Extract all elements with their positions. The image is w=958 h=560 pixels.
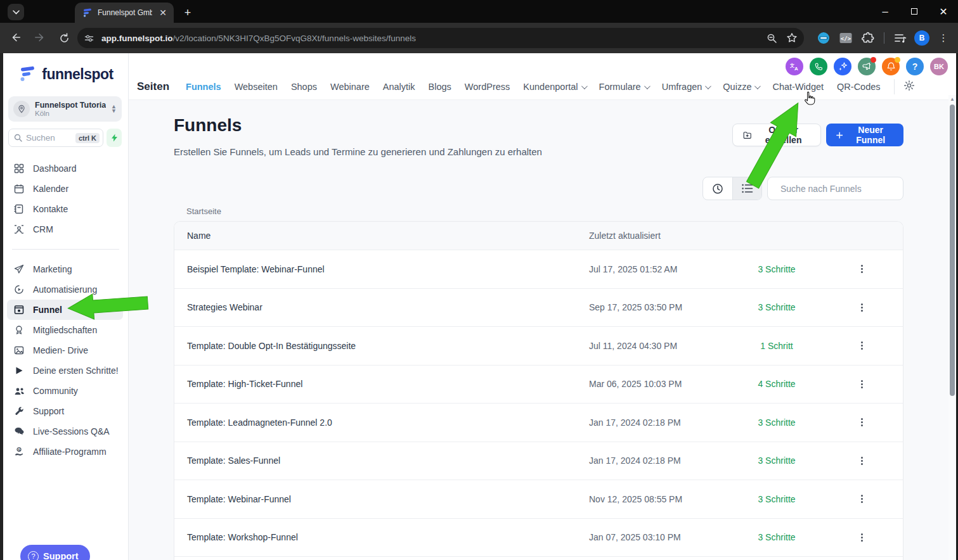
funnel-name[interactable]: Template: Workshop-Funnel — [174, 532, 589, 542]
funnel-name[interactable]: Template: Sales-Funnel — [174, 455, 589, 466]
window-maximize-button[interactable] — [900, 0, 929, 23]
row-menu-icon[interactable] — [861, 418, 863, 426]
settings-gear-icon[interactable] — [903, 80, 915, 94]
ai-assistant-button[interactable] — [834, 58, 851, 75]
row-menu-icon[interactable] — [861, 457, 863, 465]
row-menu-icon[interactable] — [861, 265, 863, 273]
tab-shops[interactable]: Shops — [291, 82, 317, 92]
tab-qr-codes[interactable]: QR-Codes — [837, 82, 881, 92]
new-tab-button[interactable]: + — [180, 5, 195, 20]
table-row[interactable]: Template: High-Ticket-Funnel Mar 06, 202… — [174, 365, 903, 404]
browser-profile-avatar[interactable]: B — [914, 30, 929, 46]
extension-robot-icon[interactable] — [815, 30, 832, 46]
funnel-search-input[interactable] — [780, 184, 895, 194]
sidebar-item-dashboard[interactable]: Dashboard — [3, 158, 128, 179]
sidebar-item-marketing[interactable]: Marketing — [3, 259, 128, 279]
sidebar-item-support[interactable]: Support — [3, 401, 128, 421]
tab-funnels[interactable]: Funnels — [186, 82, 221, 92]
funnel-steps[interactable]: 4 Schritte — [732, 379, 821, 389]
sidebar-item-live-sessions[interactable]: Live-Sessions Q&A — [3, 421, 128, 442]
site-info-button[interactable] — [81, 30, 96, 46]
funnel-steps[interactable]: 3 Schritte — [732, 494, 821, 504]
recent-view-button[interactable] — [703, 177, 732, 200]
tab-umfragen[interactable]: Umfragen — [662, 82, 710, 92]
notifications-button[interactable] — [882, 58, 900, 75]
tab-webinare[interactable]: Webinare — [330, 82, 370, 92]
reload-button[interactable] — [55, 29, 74, 48]
table-row[interactable]: Template: Workshop-Funnel Jan 07, 2025 0… — [174, 518, 903, 557]
funnel-steps[interactable]: 3 Schritte — [732, 264, 821, 274]
tab-quizze[interactable]: Quizze — [723, 82, 759, 92]
phone-button[interactable] — [810, 58, 827, 75]
browser-tab[interactable]: Funnelspot GmbH ✕ — [75, 3, 174, 23]
translate-button[interactable]: 文A — [786, 58, 803, 75]
funnel-name[interactable]: Beispiel Template: Webinar-Funnel — [174, 264, 589, 274]
row-menu-icon[interactable] — [861, 495, 863, 503]
tab-webseiten[interactable]: Webseiten — [235, 82, 278, 92]
location-switcher[interactable]: Funnelspot Tutorial ... Köln ▲▼ — [8, 96, 122, 122]
funnel-steps[interactable]: 3 Schritte — [732, 532, 821, 542]
announcements-button[interactable] — [858, 58, 876, 75]
create-folder-button[interactable]: Ordner erstellen — [732, 124, 821, 146]
sidebar-item-community[interactable]: Community — [3, 381, 128, 401]
tab-wordpress[interactable]: WordPress — [465, 82, 510, 92]
sidebar-item-erste-schritte[interactable]: Deine ersten Schritte! — [3, 360, 128, 381]
sidebar-item-affiliate[interactable]: $ Affiliate-Programm — [3, 442, 128, 462]
extension-code-icon[interactable]: </> — [838, 30, 854, 46]
row-menu-icon[interactable] — [861, 341, 863, 350]
table-row[interactable]: Template: Double Opt-In Bestätigungsseit… — [174, 326, 903, 365]
new-funnel-button[interactable]: Neuer Funnel — [826, 124, 903, 146]
back-button[interactable] — [6, 29, 25, 48]
funnel-name[interactable]: Template: High-Ticket-Funnel — [174, 379, 589, 389]
window-minimize-button[interactable]: ─ — [871, 0, 900, 23]
table-row[interactable]: Strategies Webinar Sep 17, 2025 03:50 PM… — [174, 288, 903, 327]
table-row[interactable]: Beispiel Template: Webinar-Funnel Jul 17… — [174, 250, 903, 288]
tab-formulare[interactable]: Formulare — [599, 82, 649, 92]
media-controls-icon[interactable] — [892, 30, 909, 46]
sidebar-item-kalender[interactable]: Kalender — [3, 179, 128, 199]
quick-actions-button[interactable] — [107, 129, 122, 147]
row-menu-icon[interactable] — [861, 303, 863, 312]
funnel-steps[interactable]: 3 Schritte — [732, 455, 821, 466]
funnel-steps[interactable]: 3 Schritte — [732, 302, 821, 312]
page-scrollbar[interactable]: ▲ — [948, 95, 956, 560]
sidebar-item-automatisierung[interactable]: Automatisierung — [3, 279, 128, 300]
tab-search-button[interactable] — [8, 4, 24, 20]
table-row[interactable]: Template: Webinar-Funnel Nov 12, 2025 08… — [174, 480, 903, 518]
help-button[interactable]: ? — [906, 58, 924, 75]
zoom-icon[interactable] — [767, 33, 777, 44]
row-menu-icon[interactable] — [861, 380, 863, 388]
sidebar-search-input[interactable]: Suchen ctrl K — [8, 129, 103, 147]
tab-chat-widget[interactable]: Chat-Widget — [772, 82, 824, 92]
funnel-steps[interactable]: 3 Schritte — [732, 417, 821, 428]
window-close-button[interactable]: ✕ — [929, 0, 958, 23]
tab-close-icon[interactable]: ✕ — [157, 7, 169, 18]
table-row[interactable]: Template: Sales-Funnel Jan 17, 2024 02:1… — [174, 442, 903, 480]
sidebar-item-medien-drive[interactable]: Medien- Drive — [3, 340, 128, 360]
tab-kundenportal[interactable]: Kundenportal — [523, 82, 585, 92]
funnel-name[interactable]: Template: Double Opt-In Bestätigungsseit… — [174, 341, 589, 351]
funnel-name[interactable]: Template: Webinar-Funnel — [174, 494, 589, 504]
scrollbar-up-arrow[interactable]: ▲ — [949, 96, 955, 103]
extensions-puzzle-icon[interactable] — [860, 30, 876, 46]
funnel-steps[interactable]: 1 Schritt — [732, 341, 821, 351]
funnel-name[interactable]: Strategies Webinar — [174, 302, 589, 312]
support-floating-button[interactable]: ? Support — [20, 545, 90, 560]
funnel-name[interactable]: Template: Leadmagneten-Funnel 2.0 — [174, 417, 589, 428]
sidebar-item-mitgliedschaften[interactable]: Mitgliedschaften — [3, 320, 128, 340]
tab-blogs[interactable]: Blogs — [429, 82, 451, 92]
list-view-button[interactable] — [732, 177, 761, 200]
user-avatar[interactable]: BK — [930, 58, 948, 75]
bookmark-star-icon[interactable] — [786, 32, 798, 44]
row-menu-icon[interactable] — [861, 533, 863, 542]
funnel-search[interactable] — [767, 177, 903, 200]
sidebar-item-crm[interactable]: CRM — [3, 219, 128, 239]
browser-menu-icon[interactable]: ⋮ — [935, 30, 952, 46]
forward-button[interactable] — [30, 29, 49, 48]
tab-analytik[interactable]: Analytik — [383, 82, 415, 92]
scrollbar-thumb[interactable] — [950, 105, 955, 396]
table-row[interactable]: Template: Leadmagneten-Funnel 2.0 Jan 17… — [174, 403, 903, 442]
sidebar-item-kontakte[interactable]: Kontakte — [3, 199, 128, 219]
url-bar[interactable]: app.funnelspot.io/v2/location/5NK3HI7QxB… — [77, 28, 804, 48]
sidebar-item-funnel[interactable]: Funnel — [7, 300, 123, 320]
